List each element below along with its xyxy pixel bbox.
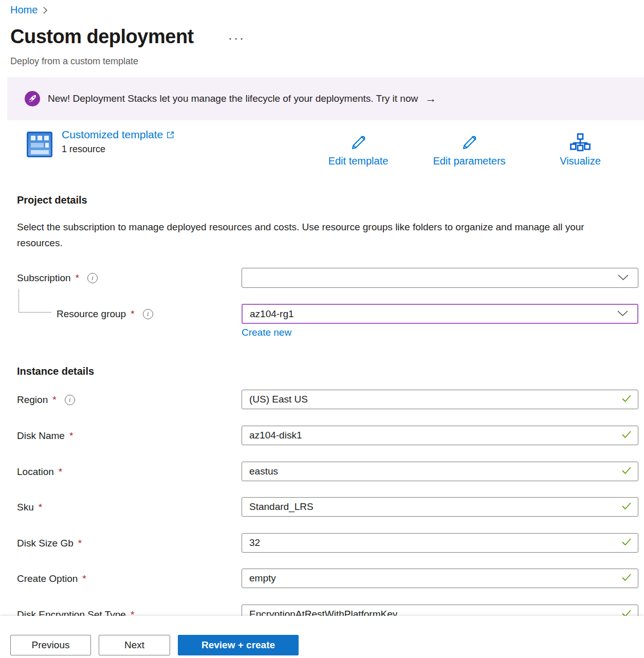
region-label-text: Region (17, 394, 48, 406)
arrow-right-icon: → (425, 93, 436, 104)
subscription-label: Subscription * i (17, 272, 98, 284)
custom-deployment-page: Home Custom deployment ··· Deploy from a… (0, 0, 644, 658)
visualize-button[interactable]: Visualize (525, 132, 636, 167)
hierarchy-icon (569, 132, 591, 154)
required-marker: * (52, 394, 56, 406)
disk-size-label: Disk Size Gb * (17, 538, 82, 549)
template-summary: Customized template 1 resource (62, 129, 174, 155)
next-button[interactable]: Next (99, 635, 170, 655)
create-option-label: Create Option * (17, 573, 86, 584)
previous-button[interactable]: Previous (10, 635, 91, 655)
external-link-icon (167, 131, 174, 139)
resource-group-label-text: Resource group (57, 308, 126, 320)
disk-name-input[interactable]: az104-disk1 (242, 426, 638, 445)
resource-group-label: Resource group * i (57, 308, 153, 320)
region-row: Region * i (US) East US (0, 390, 644, 410)
disk-name-row: Disk Name * az104-disk1 (0, 426, 644, 446)
template-actions: Edit template Edit parameters Visual (303, 132, 636, 167)
valid-check-icon (621, 394, 632, 405)
subscription-dropdown[interactable] (242, 268, 638, 288)
banner-message: New! Deployment Stacks let you manage th… (48, 93, 418, 104)
valid-check-icon (621, 538, 632, 548)
disk-size-row: Disk Size Gb * 32 (0, 533, 644, 554)
location-row: Location * eastus (0, 462, 644, 482)
deployment-stacks-banner[interactable]: New! Deployment Stacks let you manage th… (7, 77, 644, 120)
info-icon[interactable]: i (143, 309, 153, 319)
edit-parameters-label: Edit parameters (433, 155, 505, 167)
edit-parameters-button[interactable]: Edit parameters (414, 132, 525, 167)
create-option-label-text: Create Option (17, 573, 78, 584)
required-marker: * (76, 272, 79, 284)
disk-size-input[interactable]: 32 (242, 533, 638, 553)
location-label: Location * (17, 466, 62, 478)
valid-check-icon (621, 502, 632, 512)
page-subtitle: Deploy from a custom template (10, 56, 138, 67)
resource-group-value: az104-rg1 (250, 308, 294, 320)
info-icon[interactable]: i (87, 273, 98, 283)
subscription-resource-group-connector (19, 289, 51, 313)
location-value: eastus (249, 466, 278, 477)
sku-value: Standard_LRS (249, 501, 314, 513)
chevron-down-icon (618, 273, 629, 283)
project-details-heading: Project details (17, 194, 87, 206)
create-option-input[interactable]: empty (242, 569, 638, 588)
sku-input[interactable]: Standard_LRS (242, 497, 638, 517)
valid-check-icon (621, 430, 632, 441)
pencil-icon (349, 132, 367, 154)
region-value: (US) East US (249, 394, 308, 405)
create-option-row: Create Option * empty (0, 569, 644, 589)
resource-group-dropdown[interactable]: az104-rg1 (242, 304, 638, 324)
info-icon[interactable]: i (65, 395, 75, 405)
wizard-footer: Previous Next Review + create (0, 616, 644, 658)
required-marker: * (82, 573, 86, 584)
page-title: Custom deployment (10, 26, 194, 48)
required-marker: * (39, 502, 42, 513)
breadcrumb-home-link[interactable]: Home (10, 4, 38, 16)
required-marker: * (78, 538, 82, 549)
create-new-link[interactable]: Create new (242, 327, 291, 338)
sku-row: Sku * Standard_LRS (0, 497, 644, 518)
required-marker: * (69, 430, 73, 442)
region-input[interactable]: (US) East US (242, 390, 638, 409)
location-input[interactable]: eastus (242, 462, 638, 481)
rocket-icon (25, 91, 40, 106)
pencil-icon (460, 132, 479, 154)
template-resource-count: 1 resource (62, 144, 174, 155)
required-marker: * (59, 466, 62, 478)
instance-details-heading: Instance details (17, 365, 94, 377)
customized-template-label: Customized template (62, 129, 163, 141)
disk-size-label-text: Disk Size Gb (17, 538, 73, 549)
disk-size-value: 32 (249, 537, 260, 549)
breadcrumb: Home (10, 4, 48, 16)
breadcrumb-chevron-icon (43, 6, 48, 14)
chevron-down-icon (617, 309, 628, 319)
sku-label-text: Sku (17, 502, 34, 513)
create-option-value: empty (249, 573, 276, 584)
disk-name-value: az104-disk1 (249, 430, 302, 441)
valid-check-icon (621, 573, 632, 583)
edit-template-label: Edit template (328, 155, 389, 167)
subscription-label-text: Subscription (17, 272, 71, 284)
project-details-description: Select the subscription to manage deploy… (17, 219, 608, 251)
template-icon (26, 131, 53, 160)
required-marker: * (131, 308, 134, 320)
page-menu-ellipsis-button[interactable]: ··· (228, 32, 245, 44)
disk-name-label: Disk Name * (17, 430, 73, 442)
location-label-text: Location (17, 466, 54, 478)
valid-check-icon (621, 466, 632, 477)
disk-name-label-text: Disk Name (17, 430, 65, 442)
sku-label: Sku * (17, 502, 42, 513)
visualize-label: Visualize (560, 155, 601, 167)
edit-template-button[interactable]: Edit template (303, 132, 414, 167)
customized-template-link[interactable]: Customized template (62, 129, 174, 141)
review-create-button[interactable]: Review + create (178, 635, 299, 655)
region-label: Region * i (17, 394, 75, 406)
